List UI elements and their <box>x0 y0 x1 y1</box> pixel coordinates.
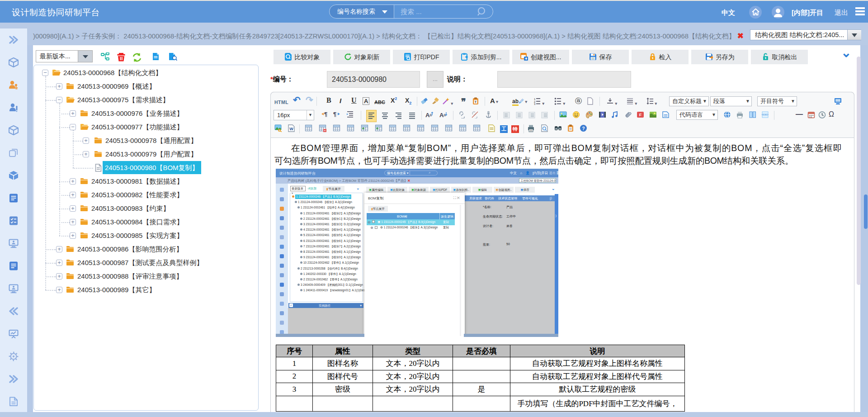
svg-text:a: a <box>429 113 432 117</box>
svg-text:T: T <box>475 100 477 104</box>
svg-text:W: W <box>289 127 293 131</box>
svg-text:F: F <box>639 113 642 117</box>
svg-text:3: 3 <box>534 103 536 105</box>
svg-text:✕: ✕ <box>324 129 326 132</box>
svg-text:¶: ¶ <box>324 111 327 118</box>
svg-text:?: ? <box>582 126 585 131</box>
svg-text:¶: ¶ <box>333 111 336 118</box>
